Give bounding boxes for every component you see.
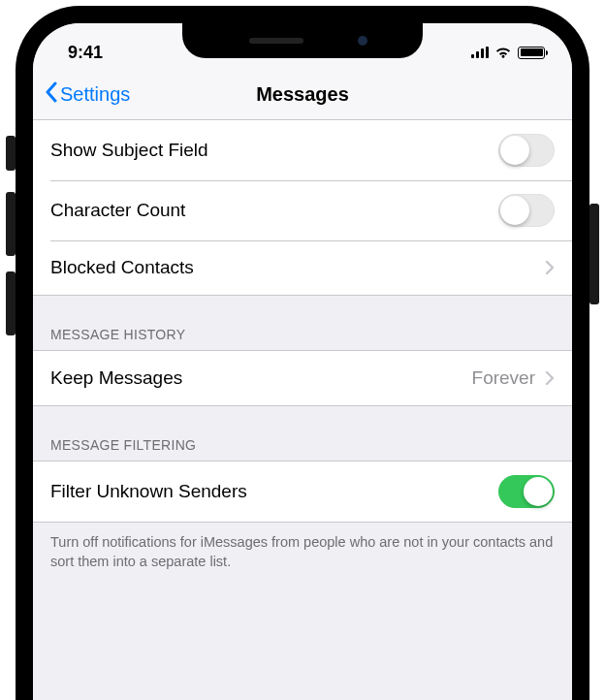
status-time: 9:41 — [68, 43, 103, 63]
back-button[interactable]: Settings — [45, 81, 130, 108]
row-label: Keep Messages — [50, 367, 182, 389]
row-label: Character Count — [50, 200, 185, 221]
wifi-icon — [494, 46, 512, 59]
row-label: Show Subject Field — [50, 140, 208, 161]
device-frame: 9:41 Settings M — [0, 0, 605, 700]
volume-up-button — [6, 192, 16, 256]
row-value: Forever — [472, 367, 535, 389]
group-header-history: MESSAGE HISTORY — [33, 296, 572, 350]
row-filter-unknown-senders[interactable]: Filter Unknown Senders — [33, 461, 572, 522]
back-label: Settings — [60, 83, 130, 106]
power-button — [589, 204, 599, 304]
switch-show-subject-field[interactable] — [498, 134, 555, 167]
phone-body: 9:41 Settings M — [16, 6, 589, 700]
status-indicators — [471, 46, 545, 59]
settings-list[interactable]: Show Subject Field Character Count Block… — [33, 120, 572, 591]
battery-icon — [518, 47, 545, 59]
screen: 9:41 Settings M — [33, 23, 572, 700]
chevron-right-icon — [545, 370, 555, 386]
row-show-subject-field[interactable]: Show Subject Field — [33, 120, 572, 180]
row-label: Blocked Contacts — [50, 257, 194, 278]
row-character-count[interactable]: Character Count — [33, 180, 572, 240]
speaker-grille — [249, 38, 303, 44]
notch — [182, 23, 423, 58]
switch-filter-unknown-senders[interactable] — [498, 475, 555, 508]
row-keep-messages[interactable]: Keep Messages Forever — [33, 351, 572, 405]
mute-switch — [6, 136, 16, 171]
group-footer-filtering: Turn off notifications for iMessages fro… — [33, 523, 572, 591]
group-header-filtering: MESSAGE FILTERING — [33, 406, 572, 461]
chevron-right-icon — [545, 260, 555, 275]
group-message-filtering: MESSAGE FILTERING Filter Unknown Senders… — [33, 406, 572, 591]
front-camera — [358, 36, 367, 46]
switch-character-count[interactable] — [498, 194, 555, 227]
group-general: Show Subject Field Character Count Block… — [33, 120, 572, 296]
chevron-left-icon — [45, 81, 58, 108]
group-message-history: MESSAGE HISTORY Keep Messages Forever — [33, 296, 572, 406]
cellular-signal-icon — [471, 47, 489, 58]
nav-bar: Settings Messages — [33, 70, 572, 120]
row-label: Filter Unknown Senders — [50, 481, 247, 502]
volume-down-button — [6, 271, 16, 335]
row-blocked-contacts[interactable]: Blocked Contacts — [33, 240, 572, 295]
